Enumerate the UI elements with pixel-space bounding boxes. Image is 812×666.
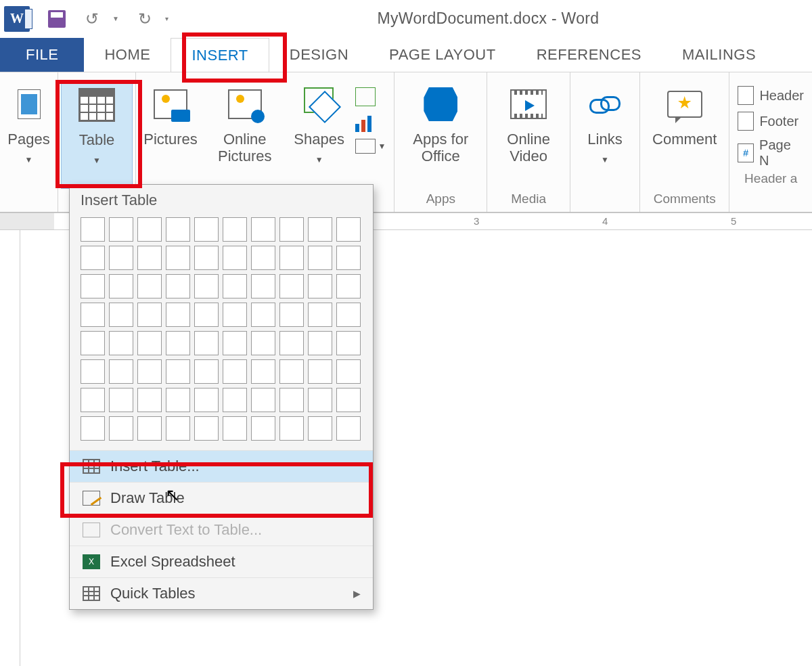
smartart-button[interactable] <box>355 87 386 106</box>
grid-cell[interactable] <box>223 274 247 298</box>
grid-cell[interactable] <box>251 388 275 412</box>
menu-insert-table[interactable]: Insert Table... <box>70 450 373 482</box>
page-number-button[interactable]: Page N <box>738 137 804 169</box>
shapes-button[interactable]: Shapes ▼ <box>293 81 346 189</box>
grid-cell[interactable] <box>251 303 275 327</box>
grid-cell[interactable] <box>194 217 219 242</box>
grid-cell[interactable] <box>137 246 162 270</box>
grid-cell[interactable] <box>166 246 190 270</box>
grid-cell[interactable] <box>308 303 332 327</box>
grid-cell[interactable] <box>109 359 133 384</box>
grid-cell[interactable] <box>223 303 247 327</box>
tab-home[interactable]: HOME <box>84 38 171 72</box>
chart-button[interactable] <box>355 113 386 132</box>
grid-cell[interactable] <box>223 217 247 242</box>
tab-page-layout[interactable]: PAGE LAYOUT <box>369 38 516 72</box>
table-button[interactable]: Table ▼ <box>61 81 133 189</box>
menu-excel-spreadsheet[interactable]: Excel Spreadsheet <box>70 546 373 577</box>
grid-cell[interactable] <box>81 388 105 412</box>
header-button[interactable]: Header <box>738 86 804 105</box>
grid-cell[interactable] <box>308 217 332 242</box>
grid-cell[interactable] <box>308 246 332 270</box>
grid-cell[interactable] <box>223 388 247 412</box>
grid-cell[interactable] <box>223 246 247 270</box>
grid-cell[interactable] <box>251 416 275 441</box>
grid-cell[interactable] <box>308 274 332 298</box>
grid-cell[interactable] <box>194 388 219 412</box>
grid-cell[interactable] <box>109 331 133 355</box>
grid-cell[interactable] <box>336 246 361 270</box>
grid-cell[interactable] <box>279 217 304 242</box>
grid-cell[interactable] <box>336 359 361 384</box>
online-pictures-button[interactable]: Online Pictures <box>206 81 284 189</box>
grid-cell[interactable] <box>137 331 162 355</box>
table-size-grid[interactable] <box>70 215 373 450</box>
grid-cell[interactable] <box>166 331 190 355</box>
grid-cell[interactable] <box>166 303 190 327</box>
grid-cell[interactable] <box>81 217 105 242</box>
grid-cell[interactable] <box>137 359 162 384</box>
grid-cell[interactable] <box>109 246 133 270</box>
grid-cell[interactable] <box>336 388 361 412</box>
grid-cell[interactable] <box>137 388 162 412</box>
grid-cell[interactable] <box>137 217 162 242</box>
pages-button[interactable]: Pages ▼ <box>3 81 55 189</box>
tab-mailings[interactable]: MAILINGS <box>662 38 776 72</box>
grid-cell[interactable] <box>194 274 219 298</box>
grid-cell[interactable] <box>336 331 361 355</box>
grid-cell[interactable] <box>137 416 162 441</box>
grid-cell[interactable] <box>109 274 133 298</box>
tab-file[interactable]: FILE <box>0 38 84 72</box>
pictures-button[interactable]: Pictures <box>144 81 197 189</box>
grid-cell[interactable] <box>166 217 190 242</box>
grid-cell[interactable] <box>166 274 190 298</box>
grid-cell[interactable] <box>137 303 162 327</box>
grid-cell[interactable] <box>279 274 304 298</box>
screenshot-button[interactable]: ▼ <box>355 139 386 154</box>
grid-cell[interactable] <box>279 246 304 270</box>
redo-button[interactable]: ↻ <box>135 9 154 28</box>
grid-cell[interactable] <box>251 331 275 355</box>
menu-quick-tables[interactable]: Quick Tables ▶ <box>70 577 373 609</box>
undo-button[interactable]: ↻ <box>83 9 102 28</box>
grid-cell[interactable] <box>336 217 361 242</box>
tab-insert[interactable]: INSERT <box>171 38 269 72</box>
grid-cell[interactable] <box>251 246 275 270</box>
grid-cell[interactable] <box>194 359 219 384</box>
grid-cell[interactable] <box>81 274 105 298</box>
grid-cell[interactable] <box>81 359 105 384</box>
grid-cell[interactable] <box>223 416 247 441</box>
grid-cell[interactable] <box>336 416 361 441</box>
grid-cell[interactable] <box>279 303 304 327</box>
grid-cell[interactable] <box>109 388 133 412</box>
grid-cell[interactable] <box>166 359 190 384</box>
grid-cell[interactable] <box>279 416 304 441</box>
online-video-button[interactable]: Online Video <box>495 81 562 189</box>
grid-cell[interactable] <box>194 246 219 270</box>
grid-cell[interactable] <box>308 331 332 355</box>
grid-cell[interactable] <box>194 303 219 327</box>
grid-cell[interactable] <box>279 388 304 412</box>
grid-cell[interactable] <box>166 388 190 412</box>
footer-button[interactable]: Footer <box>738 112 804 131</box>
apps-for-office-button[interactable]: Apps for Office <box>403 81 478 189</box>
grid-cell[interactable] <box>308 388 332 412</box>
vertical-ruler[interactable] <box>0 230 20 666</box>
grid-cell[interactable] <box>81 416 105 441</box>
grid-cell[interactable] <box>279 331 304 355</box>
tab-design[interactable]: DESIGN <box>269 38 369 72</box>
grid-cell[interactable] <box>137 274 162 298</box>
undo-dropdown[interactable]: ▼ <box>112 15 119 22</box>
links-button[interactable]: Links ▼ <box>579 81 631 189</box>
menu-draw-table[interactable]: Draw Table <box>70 482 373 514</box>
save-button[interactable] <box>47 9 66 28</box>
grid-cell[interactable] <box>194 331 219 355</box>
grid-cell[interactable] <box>279 359 304 384</box>
grid-cell[interactable] <box>109 416 133 441</box>
grid-cell[interactable] <box>336 303 361 327</box>
grid-cell[interactable] <box>223 331 247 355</box>
grid-cell[interactable] <box>166 416 190 441</box>
grid-cell[interactable] <box>109 303 133 327</box>
comment-button[interactable]: Comment <box>648 81 721 189</box>
grid-cell[interactable] <box>81 246 105 270</box>
